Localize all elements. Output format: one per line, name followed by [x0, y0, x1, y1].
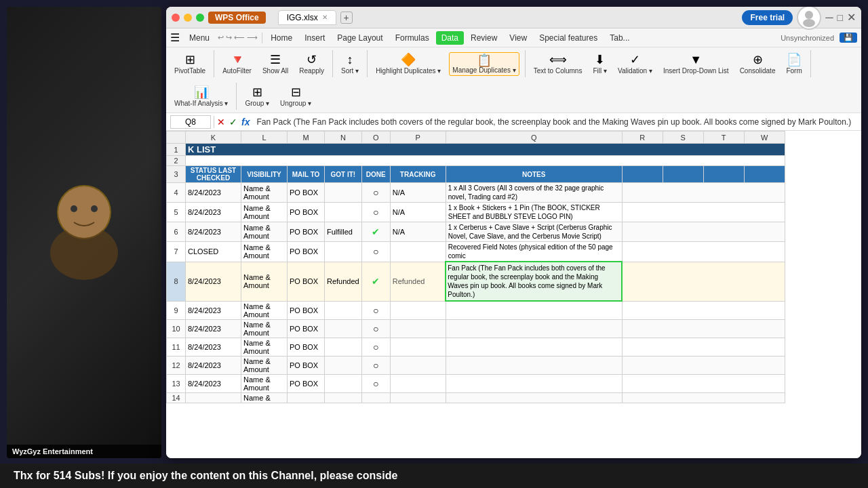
minimize-button[interactable]: [184, 14, 192, 22]
what-if-button[interactable]: 📊 What-If Analysis ▾: [172, 85, 231, 108]
highlight-duplicates-button[interactable]: 🔶 Highlight Duplicates ▾: [373, 52, 443, 76]
formula-confirm-icon[interactable]: ✓: [229, 117, 237, 127]
banner-text: Thx for 514 Subs! If you enjoy the conte…: [14, 470, 397, 482]
form-button[interactable]: 📄 Form: [783, 52, 804, 76]
validation-button[interactable]: ✓ Validation ▾: [615, 52, 655, 76]
free-trial-button[interactable]: Free trial: [742, 10, 793, 25]
row-header: 1: [167, 144, 186, 156]
col-done: DONE: [361, 166, 390, 183]
table-row: 2: [167, 156, 785, 166]
table-row: 14 Name &: [167, 392, 785, 403]
formula-fx-icon[interactable]: fx: [241, 117, 250, 127]
avatar[interactable]: [797, 7, 821, 30]
text-to-columns-button[interactable]: ⟺ Text to Columns: [531, 52, 585, 76]
reapply-button[interactable]: ↺ Reapply: [296, 52, 327, 76]
col-header-n[interactable]: N: [325, 131, 362, 144]
row-header: 14: [167, 392, 186, 403]
col-header-k[interactable]: K: [186, 131, 241, 144]
menu-item-page-layout[interactable]: Page Layout: [332, 31, 388, 45]
col-header-s[interactable]: S: [663, 131, 703, 144]
formula-icons: ✕ ✓ fx: [217, 117, 250, 127]
col-header-l[interactable]: L: [241, 131, 288, 144]
k-list-title: K LIST: [186, 144, 785, 156]
window-maximize[interactable]: □: [837, 12, 843, 23]
row-header: 9: [167, 301, 186, 319]
col-w: [744, 166, 785, 183]
col-header-r[interactable]: R: [622, 131, 663, 144]
ungroup-button[interactable]: ⊟ Ungroup ▾: [277, 85, 314, 108]
hamburger-menu[interactable]: ☰: [170, 31, 180, 44]
col-header-p[interactable]: P: [390, 131, 446, 144]
fill-button[interactable]: ⬇ Fill ▾: [590, 52, 610, 76]
table-row: 11 8/24/2023 Name &Amount PO BOX ○: [167, 338, 785, 356]
wps-office-button[interactable]: WPS Office: [208, 12, 266, 24]
app-window: WPS Office IGG.xlsx ✕ + Free trial ─ □ ✕…: [166, 7, 861, 458]
toolbar-div-1: [214, 50, 214, 77]
formula-bar-divider: [214, 116, 214, 128]
col-header-o[interactable]: O: [361, 131, 390, 144]
col-header-m[interactable]: M: [288, 131, 325, 144]
spreadsheet[interactable]: K L M N O P Q R S T W 1 K LIST: [166, 131, 861, 458]
col-t: [703, 166, 744, 183]
show-all-button[interactable]: ☰ Show All: [260, 52, 291, 76]
sort-button[interactable]: ↕ Sort ▾: [338, 52, 361, 76]
bottom-banner: Thx for 514 Subs! If you enjoy the conte…: [0, 464, 868, 488]
svg-point-5: [805, 11, 813, 19]
maximize-button[interactable]: [196, 14, 204, 22]
col-gotit: GOT IT!: [325, 166, 362, 183]
table-row: 9 8/24/2023 Name &Amount PO BOX ○: [167, 301, 785, 319]
col-header-row: [167, 131, 186, 144]
row-header: 10: [167, 319, 186, 338]
close-button[interactable]: [172, 14, 180, 22]
row-header: 13: [167, 374, 186, 392]
file-tab-label: IGG.xlsx: [287, 13, 318, 22]
col-tracking: TRACKING: [390, 166, 446, 183]
menu-item-data[interactable]: Data: [436, 31, 464, 45]
menu-item-insert[interactable]: Insert: [299, 31, 330, 45]
svg-point-6: [803, 19, 815, 27]
unsync-label: Unsynchronized: [781, 34, 834, 42]
group-button[interactable]: ⊞ Group ▾: [242, 85, 272, 108]
col-header-q[interactable]: Q: [446, 131, 622, 144]
row-header: 6: [167, 222, 186, 242]
col-header-t[interactable]: T: [703, 131, 744, 144]
svg-point-4: [91, 205, 98, 212]
table-row: 3 STATUS LASTCHECKED VISIBILITY MAIL TO …: [167, 166, 785, 183]
table-row: 1 K LIST: [167, 144, 785, 156]
col-visibility: VISIBILITY: [241, 166, 288, 183]
menu-item-view[interactable]: View: [504, 31, 532, 45]
insert-dropdown-button[interactable]: ▼ Insert Drop-Down List: [660, 52, 732, 76]
menu-item-tab[interactable]: Tab...: [604, 31, 635, 45]
col-notes: NOTES: [446, 166, 622, 183]
table-row[interactable]: 8 8/24/2023 Name &Amount PO BOX Refunded…: [167, 262, 785, 301]
cell-reference-input[interactable]: [170, 115, 211, 129]
toolbar-div-6: [236, 83, 237, 110]
menu-item-home[interactable]: Home: [265, 31, 298, 45]
svg-point-2: [58, 186, 110, 238]
menu-item-review[interactable]: Review: [465, 31, 502, 45]
channel-name: WyzGyz Entertainment: [7, 445, 161, 458]
active-notes-cell[interactable]: Fan Pack (The Fan Pack includes both cov…: [446, 262, 622, 301]
menu-item-formulas[interactable]: Formulas: [390, 31, 435, 45]
table-row: 4 8/24/2023 Name &Amount PO BOX ○ N/A 1 …: [167, 183, 785, 203]
file-tab-close[interactable]: ✕: [322, 14, 328, 21]
table-row: 10 8/24/2023 Name &Amount PO BOX ○: [167, 319, 785, 338]
pivot-table-button[interactable]: ⊞ PivotTable: [172, 52, 208, 76]
new-tab-button[interactable]: +: [340, 12, 353, 24]
manage-duplicates-button[interactable]: 📋 Manage Duplicates ▾: [449, 52, 519, 76]
formula-input[interactable]: [252, 116, 857, 128]
window-close[interactable]: ✕: [847, 11, 856, 24]
menu-item-menu[interactable]: Menu: [184, 31, 215, 45]
file-tab[interactable]: IGG.xlsx ✕: [278, 10, 336, 25]
window-minimize[interactable]: ─: [825, 12, 833, 24]
auto-filter-button[interactable]: 🔻 AutoFilter: [220, 52, 254, 76]
consolidate-button[interactable]: ⊕ Consolidate: [737, 52, 778, 76]
menu-item-special[interactable]: Special features: [534, 31, 603, 45]
formula-cancel-icon[interactable]: ✕: [217, 117, 225, 127]
toolbar: ⊞ PivotTable 🔻 AutoFilter ☰ Show All ↺ R…: [166, 47, 861, 113]
svg-point-3: [71, 205, 77, 212]
table-row: 12 8/24/2023 Name &Amount PO BOX ○: [167, 356, 785, 374]
col-header-w[interactable]: W: [744, 131, 785, 144]
save-button[interactable]: 💾: [840, 33, 857, 43]
row-header: 3: [167, 166, 186, 183]
